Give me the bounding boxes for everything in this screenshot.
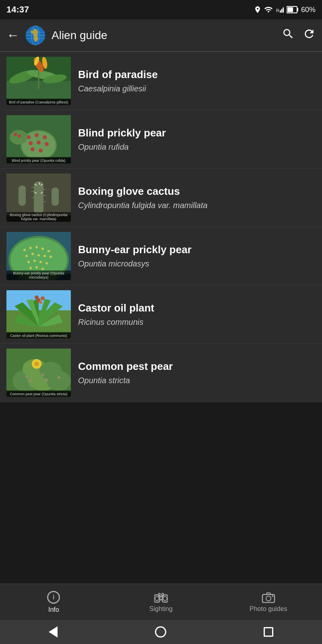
common-name: Common pest pear (78, 360, 316, 373)
svg-point-57 (29, 247, 32, 249)
battery-icon (287, 6, 299, 14)
svg-point-91 (41, 374, 44, 376)
list-item[interactable]: Common pest pear (Opuntia stricta) Commo… (0, 344, 322, 402)
svg-rect-2 (281, 9, 283, 12)
svg-rect-6 (287, 7, 293, 12)
plant-image-bunny-ear: Bunny-ear prickly pear (Opuntia microdas… (6, 232, 71, 280)
scientific-name: Caesalpinia gilliesii (78, 84, 316, 93)
common-name: Bunny-ear prickly pear (78, 244, 316, 256)
svg-rect-39 (19, 186, 26, 206)
back-button[interactable]: ← (6, 28, 19, 43)
svg-point-31 (31, 147, 35, 151)
scientific-name: Cylindropuntia fulgida var. mamillata (78, 201, 316, 210)
common-name: Blind prickly pear (78, 127, 316, 139)
svg-point-32 (39, 149, 43, 153)
top-bar: ← Alien guide (0, 19, 322, 52)
plant-image-bird-paradise: Bird of paradise (Caesalpinia gilliesii) (6, 57, 71, 105)
svg-point-70 (29, 267, 32, 269)
recents-square-icon (264, 627, 273, 637)
nav-item-info[interactable]: i Info (0, 584, 107, 620)
svg-point-69 (45, 262, 48, 264)
svg-point-67 (33, 260, 36, 262)
nav-item-photo-guides[interactable]: Photo guides (215, 584, 322, 620)
list-item[interactable]: Blind prickly pear (Opuntia rufida) Blin… (0, 110, 322, 169)
svg-point-30 (45, 142, 49, 146)
svg-point-26 (35, 133, 39, 137)
svg-point-59 (41, 248, 44, 250)
svg-point-62 (31, 253, 34, 255)
system-back-button[interactable] (49, 626, 58, 638)
svg-point-103 (266, 596, 271, 601)
camera-icon (262, 592, 275, 603)
image-caption: Castor oil plant (Ricinus communis) (6, 333, 71, 339)
svg-rect-38 (34, 182, 43, 214)
svg-point-93 (58, 376, 60, 379)
common-name: Boxing glove cactus (78, 185, 316, 198)
plant-list: Bird of paradise (Caesalpinia gilliesii)… (0, 52, 322, 402)
svg-point-88 (34, 361, 39, 366)
plant-info: Common pest pear Opuntia stricta (78, 360, 316, 385)
nav-item-sighting[interactable]: Sighting (107, 584, 215, 620)
svg-point-64 (43, 255, 46, 257)
nav-label-sighting: Sighting (149, 605, 173, 613)
nav-label-info: Info (48, 606, 59, 613)
info-icon: i (47, 591, 60, 604)
refresh-button[interactable] (303, 27, 316, 43)
nav-label-photo-guides: Photo guides (250, 605, 287, 613)
binoculars-icon (154, 592, 168, 603)
svg-point-77 (41, 296, 45, 300)
system-home-button[interactable] (155, 626, 166, 638)
plant-info: Blind prickly pear Opuntia rufida (78, 127, 316, 152)
battery-level: 60% (301, 6, 316, 14)
svg-point-63 (37, 254, 40, 256)
bottom-nav: i Info Sighting Photo guides (0, 584, 322, 620)
list-item[interactable]: Bunny-ear prickly pear (Opuntia microdas… (0, 227, 322, 285)
svg-text:R: R (276, 8, 279, 13)
svg-point-58 (35, 246, 38, 248)
svg-point-29 (37, 140, 41, 144)
svg-point-68 (39, 261, 42, 263)
svg-rect-3 (283, 8, 284, 13)
svg-point-66 (27, 261, 30, 263)
status-time: 14:37 (6, 4, 29, 15)
location-icon (254, 6, 262, 14)
plant-info: Castor oil plant Ricinus communis (78, 302, 316, 327)
plant-info: Boxing glove cactus Cylindropuntia fulgi… (78, 185, 316, 210)
svg-point-56 (23, 249, 26, 251)
plant-image-boxing-glove: Boxing glove cactus (Cylindropuntia fulg… (6, 173, 71, 222)
svg-point-89 (25, 376, 28, 378)
svg-point-79 (39, 301, 42, 304)
signal-icon: R (275, 5, 284, 14)
svg-point-27 (43, 135, 47, 139)
svg-point-71 (35, 266, 38, 268)
image-caption: Blind prickly pear (Opuntia rufida) (6, 158, 71, 163)
svg-point-92 (45, 379, 48, 381)
home-circle-icon (155, 626, 166, 638)
svg-point-35 (18, 134, 21, 138)
list-item[interactable]: Boxing glove cactus (Cylindropuntia fulg… (0, 169, 322, 227)
svg-point-61 (25, 255, 28, 257)
svg-point-28 (29, 141, 33, 145)
scientific-name: Opuntia microdasys (78, 259, 316, 268)
scientific-name: Ricinus communis (78, 318, 316, 327)
list-item[interactable]: Castor oil plant (Ricinus communis) Cast… (0, 285, 322, 344)
back-triangle-icon (49, 626, 58, 638)
common-name: Bird of paradise (78, 68, 316, 81)
svg-point-60 (47, 250, 50, 252)
wifi-icon (264, 5, 273, 14)
image-caption: Bunny-ear prickly pear (Opuntia microdas… (6, 270, 71, 280)
svg-point-104 (272, 595, 273, 597)
svg-point-72 (41, 268, 44, 270)
status-bar: 14:37 R 60% (0, 0, 322, 19)
system-recents-button[interactable] (264, 627, 273, 637)
list-item[interactable]: Bird of paradise (Caesalpinia gilliesii)… (0, 52, 322, 110)
svg-point-78 (35, 295, 39, 299)
globe-icon (25, 25, 46, 46)
search-button[interactable] (282, 27, 295, 43)
image-caption: Bird of paradise (Caesalpinia gilliesii) (6, 99, 71, 105)
svg-point-90 (29, 380, 32, 382)
plant-image-castor-oil: Castor oil plant (Ricinus communis) (6, 290, 71, 339)
svg-rect-40 (52, 188, 59, 206)
plant-info: Bunny-ear prickly pear Opuntia microdasy… (78, 244, 316, 268)
svg-point-65 (50, 256, 52, 258)
